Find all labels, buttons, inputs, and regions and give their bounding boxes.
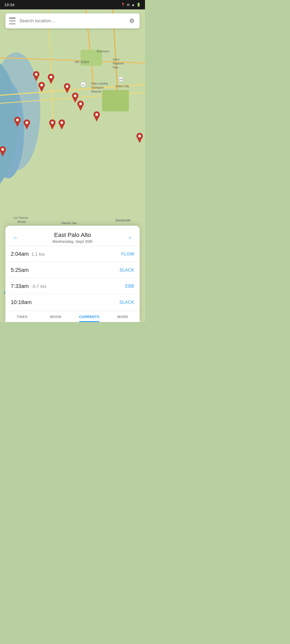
svg-point-62	[1, 148, 4, 151]
svg-point-35	[66, 85, 68, 88]
location-status-icon: 📍	[121, 3, 125, 7]
svg-point-50	[51, 121, 54, 124]
current-row-left-0: 2:04am1.1 kts	[11, 251, 45, 257]
current-row-2: 7:33am-0.7 ktsEBB	[5, 278, 140, 294]
location-date: Wednesday, Sept 20th	[52, 239, 93, 244]
status-time: 19:34	[4, 2, 15, 7]
settings-button[interactable]: ⚙	[128, 17, 136, 25]
current-speed-0: 1.1 kts	[31, 252, 45, 257]
status-bar: 19:34 📍 ⊖ ▲ 🔋	[0, 0, 145, 9]
svg-point-44	[16, 119, 19, 121]
tab-tides[interactable]: TIDES	[5, 311, 39, 322]
current-type-2: EBB	[125, 284, 134, 289]
svg-text:Park: Park	[113, 66, 119, 69]
current-type-3: SLACK	[119, 300, 134, 305]
svg-point-41	[79, 103, 82, 105]
svg-text:Los Trancos: Los Trancos	[13, 216, 28, 219]
prev-button[interactable]: ←	[11, 233, 20, 243]
svg-point-59	[138, 135, 141, 137]
svg-point-53	[60, 121, 63, 124]
svg-point-32	[50, 76, 52, 78]
svg-point-29	[40, 84, 43, 86]
dnd-status-icon: ⊖	[127, 3, 130, 7]
current-row-1: 5:25amSLACK	[5, 262, 140, 278]
current-time-0: 2:04am	[11, 251, 29, 257]
svg-text:Rancho San: Rancho San	[62, 222, 77, 225]
svg-text:Sunnyvale: Sunnyvale	[115, 218, 130, 222]
svg-rect-9	[102, 90, 129, 111]
current-time-3: 10:18am	[11, 299, 32, 305]
svg-text:Garin: Garin	[113, 58, 119, 61]
svg-text:Union City: Union City	[115, 85, 129, 88]
next-button[interactable]: →	[125, 233, 134, 243]
tab-moon[interactable]: MOON	[39, 311, 73, 322]
location-info: East Palo Alto Wednesday, Sept 20th	[52, 232, 93, 244]
svg-point-47	[26, 121, 28, 124]
svg-point-26	[35, 73, 38, 76]
current-row-left-3: 10:18am	[11, 299, 32, 305]
svg-text:Regional: Regional	[113, 62, 123, 65]
currents-list: 2:04am1.1 ktsFLOW5:25amSLACK7:33am-0.7 k…	[5, 246, 140, 310]
search-input[interactable]	[19, 18, 128, 24]
panel-header: ← East Palo Alto Wednesday, Sept 20th →	[5, 226, 140, 246]
current-row-left-1: 5:25am	[11, 267, 29, 273]
svg-text:Reserve: Reserve	[91, 90, 102, 93]
wifi-status-icon: ▲	[131, 3, 135, 7]
search-bar: ⚙	[5, 13, 140, 28]
current-row-3: 10:18amSLACK	[5, 294, 140, 310]
svg-text:Ecological: Ecological	[91, 86, 104, 89]
current-row-0: 2:04am1.1 ktsFLOW	[5, 246, 140, 262]
svg-text:Sorenson: Sorenson	[97, 50, 109, 53]
current-speed-2: -0.7 kts	[31, 284, 46, 289]
tab-bar: TIDESMOONCURRENTSMORE	[5, 311, 140, 322]
current-row-left-2: 7:33am-0.7 kts	[11, 283, 46, 289]
current-time-1: 5:25am	[11, 267, 29, 273]
location-name: East Palo Alto	[52, 232, 93, 239]
current-type-1: SLACK	[119, 268, 134, 273]
tab-currents[interactable]: CURRENTS	[73, 311, 106, 322]
battery-status-icon: 🔋	[136, 3, 141, 7]
menu-button[interactable]	[9, 18, 16, 24]
bottom-panel: ← East Palo Alto Wednesday, Sept 20th → …	[5, 226, 140, 322]
svg-point-38	[74, 94, 77, 97]
current-type-0: FLOW	[121, 252, 134, 257]
current-time-2: 7:33am	[11, 283, 29, 289]
gear-icon: ⚙	[129, 17, 135, 24]
svg-text:MT. EDEN: MT. EDEN	[75, 60, 89, 64]
svg-text:Woods: Woods	[17, 220, 26, 223]
svg-text:Eden Landing: Eden Landing	[91, 82, 108, 85]
status-icons: 📍 ⊖ ▲ 🔋	[121, 3, 141, 7]
svg-point-56	[95, 113, 98, 116]
svg-text:92: 92	[82, 83, 85, 86]
svg-text:238: 238	[119, 78, 123, 81]
tab-more[interactable]: MORE	[106, 311, 140, 322]
